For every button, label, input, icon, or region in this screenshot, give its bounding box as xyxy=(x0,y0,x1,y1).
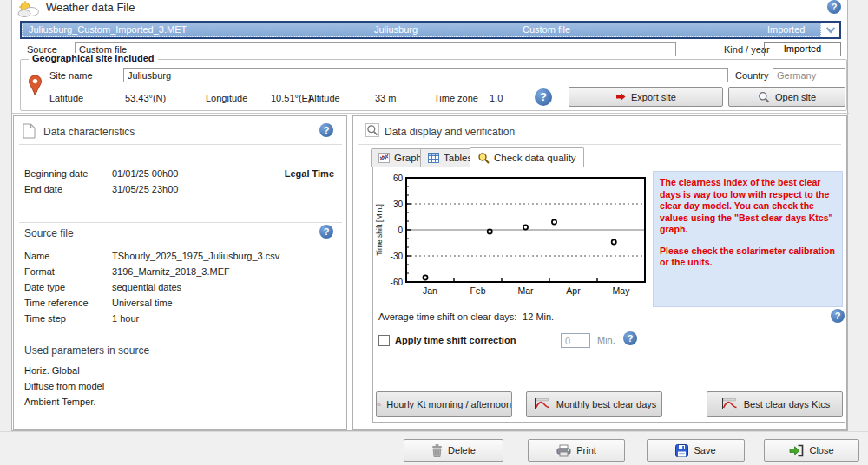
print-button[interactable]: Print xyxy=(528,439,625,462)
svg-text:60: 60 xyxy=(393,174,404,183)
weather-data-file-dialog: Weather data File Juliusburg_Custom_Impo… xyxy=(0,0,868,465)
source-file-row-label: Date type xyxy=(24,282,65,292)
file-status: Imported xyxy=(767,24,805,35)
country-input[interactable] xyxy=(773,68,845,82)
hourly-kt-button[interactable]: Hourly Kt morning / afternoon xyxy=(376,391,512,417)
used-parameter-item: Diffuse from model xyxy=(24,381,104,391)
weather-icon xyxy=(16,1,40,17)
trash-icon xyxy=(431,443,443,457)
svg-text:Time shift [Min.]: Time shift [Min.] xyxy=(375,204,384,256)
quality-warning-box: The clearness index of the best clear da… xyxy=(653,171,843,307)
line-chart-icon xyxy=(378,153,390,163)
open-site-button[interactable]: Open site xyxy=(728,87,845,107)
footer-bar: Delete Print Save xyxy=(0,431,868,465)
delete-button[interactable]: Delete xyxy=(404,439,503,462)
svg-text:May: May xyxy=(613,285,631,296)
table-icon xyxy=(428,153,439,163)
help-icon-warning[interactable] xyxy=(831,309,845,323)
map-pin-icon xyxy=(28,75,43,98)
used-parameter-item: Ambient Temper. xyxy=(24,396,95,407)
source-file-row-label: Format xyxy=(24,266,55,277)
source-file-row-label: Time reference xyxy=(24,298,89,308)
search-icon xyxy=(758,91,770,103)
magnifier-icon xyxy=(365,123,379,137)
file-site: Juliusburg xyxy=(374,24,418,35)
weather-file-combobox[interactable]: Juliusburg_Custom_Imported_3.MET Juliusb… xyxy=(20,21,841,39)
average-time-shift-text: Average time shift on clear days: -12 Mi… xyxy=(378,311,554,322)
data-display-title: Data display and verification xyxy=(385,126,515,138)
beginning-date-value: 01/01/25 00h00 xyxy=(112,168,178,179)
svg-text:-60: -60 xyxy=(391,278,404,287)
svg-text:Mar: Mar xyxy=(517,285,534,296)
latitude-value: 53.43°(N) xyxy=(125,93,166,103)
dialog-body: Weather data File Juliusburg_Custom_Impo… xyxy=(11,0,848,431)
quality-check-magnifier-icon xyxy=(477,152,490,164)
longitude-label: Longitude xyxy=(206,93,247,103)
document-icon xyxy=(23,123,36,139)
source-input[interactable] xyxy=(75,42,676,56)
end-date-value: 31/05/25 23h00 xyxy=(112,184,178,194)
kt-curve-chart-icon xyxy=(532,397,551,411)
best-clear-days-ktcs-button[interactable]: Best clear days Ktcs xyxy=(707,391,843,417)
svg-text:Apr: Apr xyxy=(566,285,581,296)
save-button[interactable]: Save xyxy=(647,439,745,462)
source-file-row-value: 1 hour xyxy=(112,313,139,324)
source-file-row-label: Time step xyxy=(24,313,66,324)
help-icon-main[interactable] xyxy=(827,0,841,14)
svg-text:Feb: Feb xyxy=(470,285,485,296)
svg-text:Jan: Jan xyxy=(423,285,437,296)
data-characteristics-title: Data characteristics xyxy=(43,126,135,138)
time-shift-chart: -60-3003060JanFebMarAprMayTime shift [Mi… xyxy=(374,169,654,305)
floppy-disk-icon xyxy=(675,444,688,457)
export-arrow-icon xyxy=(615,92,626,102)
time-shift-correction-input[interactable] xyxy=(561,333,590,348)
help-icon-correction[interactable] xyxy=(623,331,637,345)
exit-door-icon xyxy=(789,444,804,457)
beginning-date-label: Beginning date xyxy=(24,168,88,179)
longitude-value: 10.51°(E) xyxy=(271,93,312,103)
source-file-row-label: Name xyxy=(24,251,49,261)
printer-icon xyxy=(556,444,571,457)
file-name: Juliusburg_Custom_Imported_3.MET xyxy=(29,24,187,35)
section-divider xyxy=(12,113,849,114)
svg-text:-30: -30 xyxy=(391,252,404,261)
divider xyxy=(19,144,342,145)
apply-time-shift-checkbox[interactable] xyxy=(378,335,390,346)
altitude-label: Altitude xyxy=(308,93,340,103)
tab-bar: Graphs Tables xyxy=(371,148,839,167)
source-file-row-value: Universal time xyxy=(112,298,173,308)
combobox-dropdown-button[interactable] xyxy=(821,23,839,37)
export-site-button[interactable]: Export site xyxy=(569,87,723,107)
latitude-label: Latitude xyxy=(49,93,83,103)
file-kind: Custom file xyxy=(523,24,570,35)
close-button[interactable]: Close xyxy=(764,439,859,462)
source-file-row-value: sequential dates xyxy=(112,282,181,292)
chevron-down-icon xyxy=(825,27,836,34)
page-title: Weather data File xyxy=(46,1,135,14)
tab-check-data-quality[interactable]: Check data quality xyxy=(470,147,584,167)
help-icon-source-file[interactable] xyxy=(319,225,333,239)
source-file-title: Source file xyxy=(24,227,74,239)
altitude-value: 33 m xyxy=(375,93,396,103)
data-characteristics-panel: Data characteristics Beginning date 01/0… xyxy=(13,115,347,430)
warning-paragraph: The clearness index of the best clear da… xyxy=(660,177,836,236)
kind-year-value-box[interactable]: Imported xyxy=(764,42,841,56)
used-parameters-title: Used parameters in source xyxy=(24,344,149,357)
help-icon-data-characteristics[interactable] xyxy=(319,123,333,137)
kind-year-label: Kind / year xyxy=(724,44,770,55)
kt-curve-chart-icon xyxy=(377,397,381,411)
kt-curve-chart-icon xyxy=(720,397,739,411)
selected-weather-file-row[interactable]: Juliusburg_Custom_Imported_3.MET Juliusb… xyxy=(22,23,821,37)
apply-time-shift-label: Apply time shift correction xyxy=(395,335,516,345)
country-label: Country xyxy=(735,70,769,81)
monthly-best-clear-days-button[interactable]: Monthly best clear days xyxy=(526,391,662,417)
time-zone-label: Time zone xyxy=(434,93,478,103)
check-data-quality-page: -60-3003060JanFebMarAprMayTime shift [Mi… xyxy=(372,167,845,423)
site-name-input[interactable] xyxy=(123,68,728,82)
svg-text:30: 30 xyxy=(393,200,404,209)
help-icon-geo[interactable] xyxy=(535,88,552,106)
geographical-site-group: Geographical site included Site name Cou… xyxy=(20,59,847,111)
source-file-row-value: TShourly_2025_1975_Juliusburg_3.csv xyxy=(112,251,279,261)
data-display-panel: Data display and verification Graphs xyxy=(352,115,847,430)
end-date-label: End date xyxy=(24,184,62,194)
